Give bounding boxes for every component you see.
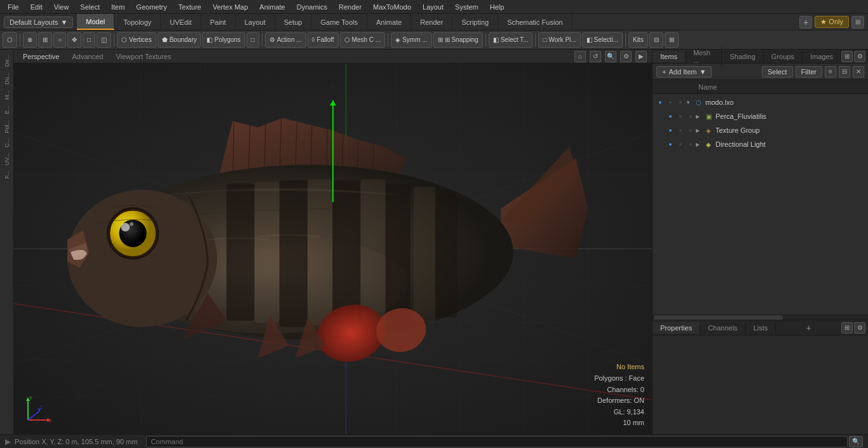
tree-item-texture[interactable]: ● ● ● ▶ ◈ Texture Group: [653, 123, 868, 137]
rp-tab-items[interactable]: Items: [653, 51, 686, 62]
sidebar-item-m[interactable]: M...: [3, 88, 11, 102]
render-light-icon[interactable]: ●: [686, 139, 696, 149]
menu-maxtomodo[interactable]: MaxToModo: [368, 2, 416, 12]
expand-perca-arrow[interactable]: ▶: [696, 114, 702, 119]
vp-tab-perspective[interactable]: Perspective: [19, 51, 63, 62]
command-input[interactable]: [146, 436, 848, 447]
sidebar-item-de[interactable]: De...: [3, 52, 11, 69]
viewport-canvas[interactable]: No Items Polygons : Face Channels: 0 Def…: [14, 64, 652, 434]
menu-help[interactable]: Help: [485, 2, 510, 12]
lock-perca-icon[interactable]: ●: [675, 111, 686, 121]
menu-file[interactable]: File: [3, 2, 24, 12]
star-only-button[interactable]: ★ Only: [815, 16, 849, 28]
vp-settings-icon[interactable]: ⚙: [620, 51, 632, 62]
lock-texture-icon[interactable]: ●: [675, 125, 686, 135]
eye-light-icon[interactable]: ●: [665, 139, 675, 149]
tab-layout[interactable]: Layout: [236, 14, 275, 30]
boundary-button[interactable]: ⬟ Boundary: [158, 32, 201, 48]
tree-item-modo[interactable]: ● ● ● ▼ ⬡ modo.lxo: [653, 95, 868, 109]
tree-item-light[interactable]: ● ● ● ▶ ◆ Directional Light: [653, 137, 868, 151]
mesh-c-button[interactable]: ⬡ Mesh C ...: [340, 32, 386, 48]
sidebar-item-du[interactable]: Du...: [3, 70, 11, 87]
mode-selector[interactable]: □: [247, 32, 259, 48]
viewport[interactable]: Perspective Advanced Viewport Textures ⌂…: [14, 50, 652, 434]
items-list-icon[interactable]: ≡: [825, 66, 836, 78]
vp-tab-advanced[interactable]: Advanced: [68, 51, 107, 62]
tab-animate[interactable]: Animate: [367, 14, 411, 30]
eye-texture-icon[interactable]: ●: [665, 125, 675, 135]
vp-home-icon[interactable]: ⌂: [574, 51, 586, 62]
kits-button[interactable]: Kits: [628, 32, 648, 48]
menu-vertex-map[interactable]: Vertex Map: [208, 2, 254, 12]
add-layout-button[interactable]: +: [799, 16, 812, 29]
tab-setup[interactable]: Setup: [275, 14, 312, 30]
action-button[interactable]: ⚙ Action ...: [265, 32, 306, 48]
render-perca-icon[interactable]: ●: [686, 111, 696, 121]
items-close-icon[interactable]: ✕: [853, 66, 864, 78]
expand-panel-icon[interactable]: ⊞: [841, 51, 853, 62]
menu-edit[interactable]: Edit: [25, 2, 48, 12]
expand-light-arrow[interactable]: ▶: [696, 142, 702, 147]
box2-button[interactable]: ◫: [97, 32, 111, 48]
vp-tab-textures[interactable]: Viewport Textures: [112, 51, 175, 62]
menu-geometry[interactable]: Geometry: [131, 2, 172, 12]
sidebar-item-uv[interactable]: UV...: [3, 151, 11, 168]
menu-render[interactable]: Render: [334, 2, 367, 12]
tab-uvedit[interactable]: UVEdit: [161, 14, 201, 30]
max-view-button[interactable]: ⊞: [665, 32, 679, 48]
items-sort-icon[interactable]: ⊟: [839, 66, 850, 78]
items-scroll-area[interactable]: [653, 315, 868, 320]
sidebar-item-c[interactable]: C...: [3, 136, 11, 150]
vertices-button[interactable]: ⬡ Vertices: [117, 32, 156, 48]
rp-tab-mesh[interactable]: Mesh ...: [686, 47, 722, 66]
work-pl-button[interactable]: □ Work Pl...: [538, 32, 580, 48]
eye-modo-icon[interactable]: ●: [655, 97, 665, 107]
props-settings-icon[interactable]: ⚙: [854, 322, 865, 334]
prop-tab-channels[interactable]: Channels: [700, 322, 745, 334]
menu-dynamics[interactable]: Dynamics: [292, 2, 332, 12]
sidebar-item-pol[interactable]: Pol...: [3, 118, 11, 136]
menu-system[interactable]: System: [450, 2, 484, 12]
maximize-layout-button[interactable]: ⊞: [851, 16, 864, 29]
props-expand-icon[interactable]: ⊞: [841, 322, 853, 334]
menu-animate[interactable]: Animate: [254, 2, 290, 12]
selecti-button[interactable]: ◧ Selecti...: [582, 32, 623, 48]
select-button[interactable]: Select: [762, 66, 793, 78]
filter-button[interactable]: Filter: [796, 66, 822, 78]
viewport-grid-button[interactable]: ⊞: [38, 32, 52, 48]
snapping-button[interactable]: ⊞ ⊞ Snapping: [433, 32, 483, 48]
menu-select[interactable]: Select: [75, 2, 105, 12]
lock-modo-icon[interactable]: ●: [665, 97, 675, 107]
tab-topology[interactable]: Topology: [114, 14, 161, 30]
sidebar-item-e[interactable]: E...: [3, 103, 11, 117]
tab-model[interactable]: Model: [77, 14, 114, 30]
render-modo-icon[interactable]: ●: [675, 97, 686, 107]
menu-layout[interactable]: Layout: [417, 2, 449, 12]
tab-gametools[interactable]: Game Tools: [311, 14, 367, 30]
command-search-button[interactable]: 🔍: [849, 436, 863, 447]
viewport-circle-button[interactable]: ⊕: [23, 32, 37, 48]
add-prop-tab-button[interactable]: +: [803, 322, 815, 334]
tab-paint[interactable]: Paint: [201, 14, 236, 30]
box1-button[interactable]: □: [83, 32, 95, 48]
transform-button[interactable]: ✥: [67, 32, 81, 48]
menu-view[interactable]: View: [49, 2, 74, 12]
vp-rotate-icon[interactable]: ↺: [590, 51, 601, 62]
expand-modo-arrow[interactable]: ▼: [686, 100, 692, 105]
prop-tab-properties[interactable]: Properties: [653, 322, 700, 334]
layout-dropdown[interactable]: Default Layouts ▼: [4, 17, 73, 28]
rp-tab-shading[interactable]: Shading: [722, 51, 763, 62]
tree-item-perca[interactable]: ● ● ● ▶ ▣ Perca_Fluviatilis: [653, 109, 868, 123]
menu-texture[interactable]: Texture: [173, 2, 207, 12]
expand-status-button[interactable]: ▶: [5, 437, 11, 446]
panel-settings-icon[interactable]: ⚙: [854, 51, 865, 62]
add-item-button[interactable]: + Add Item ▼: [656, 66, 712, 78]
sidebar-item-f[interactable]: F...: [3, 168, 11, 181]
tab-render[interactable]: Render: [411, 14, 452, 30]
menu-item[interactable]: Item: [106, 2, 130, 12]
expand-texture-arrow[interactable]: ▶: [696, 128, 702, 133]
symm-button[interactable]: ◈ Symm ...: [391, 32, 431, 48]
vp-zoom-icon[interactable]: 🔍: [605, 51, 616, 62]
rp-tab-groups[interactable]: Groups: [764, 51, 803, 62]
vp-expand-icon[interactable]: ▶: [635, 51, 647, 62]
